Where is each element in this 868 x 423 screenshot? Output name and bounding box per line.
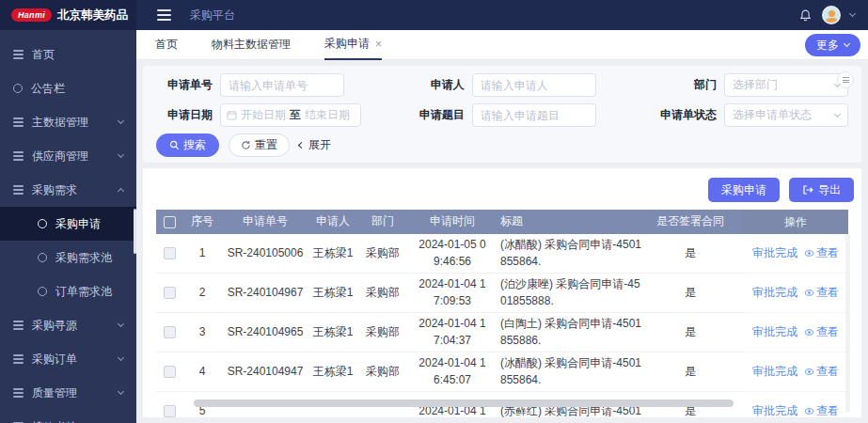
actions-column: 操作 审批完成 查看 审批完成 (743, 210, 848, 417)
table-row: 4 SR-240104947 王栋梁1 采购部 2024-01-04 16:45… (156, 352, 743, 392)
horizontal-scrollbar-thumb[interactable] (194, 400, 734, 407)
chevron-down-icon (844, 40, 850, 47)
eye-icon (804, 406, 814, 416)
filter-collapse-icon[interactable] (837, 71, 854, 88)
eye-icon (804, 327, 814, 337)
eye-icon (804, 367, 814, 377)
menu-lines-icon (13, 118, 24, 127)
chevron-left-icon (298, 142, 305, 149)
hanmi-logo: Hanmi (11, 8, 52, 22)
menu-lines-icon (13, 151, 24, 161)
chevron-down-icon (118, 151, 124, 158)
menu-lines-icon (13, 185, 24, 195)
menu-lines-icon (13, 388, 24, 398)
view-link[interactable]: 查看 (804, 403, 839, 417)
app-title: 采购平台 (190, 8, 235, 24)
topbar-main: 采购平台 (136, 0, 868, 30)
row-checkbox[interactable] (164, 247, 176, 259)
reset-button[interactable]: 重置 (229, 133, 290, 157)
vertical-scrollbar[interactable] (845, 234, 850, 413)
col-no: 序号 (182, 213, 222, 229)
tab-home[interactable]: 首页 (155, 30, 178, 60)
sidebar-item-home[interactable]: 首页 (0, 38, 136, 71)
request-no-label: 申请单号 (156, 77, 220, 93)
create-purchase-request-button[interactable]: 采购申请 (708, 178, 780, 202)
table-header-row: 序号 申请单号 申请人 部门 申请时间 标题 是否签署合同 申请单状态 (156, 210, 743, 234)
search-button[interactable]: 搜索 (156, 133, 219, 157)
ring-icon (38, 219, 47, 228)
approval-status-link[interactable]: 审批完成 (752, 403, 797, 417)
tab-purchase-request[interactable]: 采购申请 × (324, 30, 382, 60)
sidebar-item-purchase-order[interactable]: 采购订单 (0, 342, 136, 376)
export-button[interactable]: 导出 (789, 178, 854, 202)
ring-icon (38, 287, 47, 296)
ring-icon (38, 253, 47, 262)
sidebar-item-sourcing[interactable]: 采购寻源 (0, 308, 136, 342)
user-avatar[interactable] (822, 6, 841, 24)
sidebar-item-quality-mgmt[interactable]: 质量管理 (0, 376, 136, 410)
sidebar-item-procurement-demand[interactable]: 采购需求 (0, 173, 136, 207)
more-button[interactable]: 更多 (805, 34, 860, 56)
bell-icon[interactable] (798, 8, 813, 23)
row-checkbox[interactable] (164, 366, 176, 378)
chevron-down-icon (118, 388, 124, 395)
sidebar-toggle-icon[interactable] (157, 9, 171, 21)
chevron-down-icon (834, 110, 841, 117)
calendar-icon (227, 110, 237, 120)
approval-status-link[interactable]: 审批完成 (752, 324, 797, 340)
row-checkbox[interactable] (164, 287, 176, 299)
row-checkbox[interactable] (164, 405, 176, 417)
menu-lines-icon (13, 50, 24, 59)
department-label: 部门 (643, 77, 724, 93)
app-window: Hanmi 北京韩美药品 采购平台 首页 公告栏 (0, 0, 868, 423)
refresh-icon (241, 140, 251, 150)
col-title: 标题 (497, 213, 649, 229)
table-row: 2 SR-240104967 王栋梁1 采购部 2024-01-04 17:09… (156, 274, 743, 313)
col-actions: 操作 (743, 210, 848, 234)
chevron-down-icon (118, 321, 124, 327)
tab-close-icon[interactable]: × (375, 38, 382, 51)
sidebar-item-purchase-request[interactable]: 采购申请 (0, 207, 136, 241)
sidebar-item-performance[interactable]: 绩效考核 (0, 410, 136, 423)
date-label: 申请日期 (156, 107, 220, 123)
select-all-checkbox[interactable] (164, 216, 176, 228)
department-select[interactable]: 选择部门 (724, 73, 848, 97)
eye-icon (804, 248, 814, 258)
menu-lines-icon (13, 321, 24, 330)
chevron-down-icon (118, 354, 124, 361)
sidebar-item-order-demand-pool[interactable]: 订单需求池 (0, 274, 136, 308)
sidebar-item-master-data[interactable]: 主数据管理 (0, 105, 136, 139)
table-row: 1 SR-240105006 王栋梁1 采购部 2024-01-05 09:46… (156, 234, 743, 274)
col-applicant: 申请人 (308, 213, 357, 229)
approval-status-link[interactable]: 审批完成 (752, 364, 797, 380)
eye-icon (804, 288, 814, 298)
view-link[interactable]: 查看 (804, 324, 839, 340)
sidebar-item-bulletin[interactable]: 公告栏 (0, 71, 136, 105)
view-link[interactable]: 查看 (804, 245, 839, 261)
date-range-picker[interactable]: 开始日期 至 结束日期 (220, 103, 361, 127)
table-panel: 采购申请 导出 序号 (143, 168, 861, 417)
status-select[interactable]: 选择申请单状态 (724, 103, 848, 127)
table-row: 3 SR-240104965 王栋梁1 采购部 2024-01-04 17:04… (156, 313, 743, 352)
approval-status-link[interactable]: 审批完成 (752, 245, 797, 261)
col-signed: 是否签署合同 (649, 213, 732, 229)
applicant-input[interactable] (472, 73, 596, 97)
export-icon (802, 184, 813, 196)
user-menu-chevron-icon[interactable] (849, 10, 856, 17)
title-input[interactable] (472, 103, 596, 127)
view-link[interactable]: 查看 (804, 285, 839, 301)
col-request-no: 申请单号 (222, 213, 308, 229)
request-no-input[interactable] (220, 73, 344, 97)
sidebar-item-demand-pool[interactable]: 采购需求池 (0, 241, 136, 274)
expand-toggle-link[interactable]: 展开 (299, 137, 331, 153)
col-time: 申请时间 (408, 213, 497, 229)
tab-material-master-data[interactable]: 物料主数据管理 (212, 30, 291, 60)
tabbar: 首页 物料主数据管理 采购申请 × 更多 (136, 30, 868, 60)
sidebar-scrollbar-thumb[interactable] (134, 209, 136, 254)
menu-lines-icon (13, 354, 24, 364)
chevron-up-icon (118, 188, 124, 195)
sidebar-item-supplier-mgmt[interactable]: 供应商管理 (0, 139, 136, 173)
approval-status-link[interactable]: 审批完成 (752, 285, 797, 301)
row-checkbox[interactable] (164, 326, 176, 338)
view-link[interactable]: 查看 (804, 364, 839, 380)
